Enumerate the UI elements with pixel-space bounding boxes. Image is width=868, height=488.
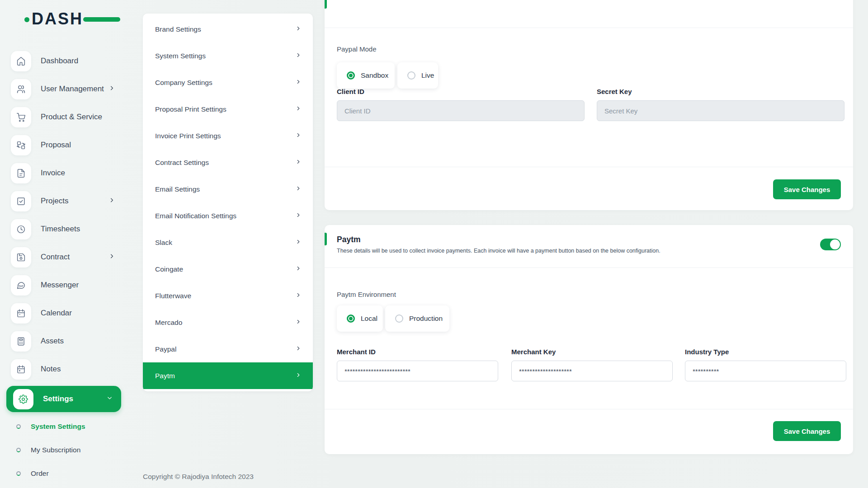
sidebar-item-label: Product & Service: [41, 113, 102, 122]
settings-menu-card: Brand Settings System Settings Company S…: [143, 14, 313, 391]
menu-item-email-notification-settings[interactable]: Email Notification Settings: [143, 202, 313, 229]
menu-item-label: Proposal Print Settings: [155, 105, 226, 113]
sidebar-item-label: Contract: [41, 253, 70, 262]
chevron-down-icon: [106, 395, 113, 404]
bullet-ring-icon: [16, 471, 21, 476]
sidebar-item-messenger[interactable]: Messenger: [0, 271, 136, 299]
menu-item-brand-settings[interactable]: Brand Settings: [143, 16, 313, 42]
users-icon: [11, 79, 31, 99]
menu-item-mercado[interactable]: Mercado: [143, 309, 313, 336]
menu-item-label: Flutterwave: [155, 292, 191, 300]
sidebar-item-calendar[interactable]: Calendar: [0, 299, 136, 327]
contract-icon: [11, 247, 31, 267]
card-divider: [325, 409, 853, 409]
industry-type-input[interactable]: [685, 361, 846, 381]
chevron-right-icon: [295, 319, 302, 327]
paypal-mode-live-option[interactable]: Live: [397, 62, 438, 89]
paypal-settings-card: Paypal These details will be used to col…: [325, 0, 853, 210]
menu-item-invoice-print-settings[interactable]: Invoice Print Settings: [143, 122, 313, 149]
paytm-settings-card: Paytm These details will be used to coll…: [325, 225, 853, 454]
sidebar-item-assets[interactable]: Assets: [0, 327, 136, 355]
chevron-right-icon: [295, 52, 302, 60]
clock-icon: [11, 219, 31, 239]
menu-item-proposal-print-settings[interactable]: Proposal Print Settings: [143, 96, 313, 122]
sidebar-item-invoice[interactable]: Invoice: [0, 159, 136, 187]
sidebar-item-settings[interactable]: Settings: [6, 386, 121, 412]
menu-item-contract-settings[interactable]: Contract Settings: [143, 149, 313, 176]
sidebar-item-user-management[interactable]: User Management: [0, 75, 136, 103]
sidebar-item-dashboard[interactable]: Dashboard: [0, 47, 136, 75]
sidebar-item-label: Messenger: [41, 281, 79, 290]
paytm-env-production-option[interactable]: Production: [385, 305, 449, 332]
menu-item-email-settings[interactable]: Email Settings: [143, 176, 313, 202]
sidebar-item-label: Proposal: [41, 141, 71, 150]
sidebar-item-projects[interactable]: Projects: [0, 187, 136, 215]
proposal-icon: [11, 135, 31, 155]
client-id-input[interactable]: [337, 100, 585, 121]
paytm-save-button[interactable]: Save Changes: [773, 421, 841, 441]
merchant-key-label: Merchant Key: [511, 348, 556, 356]
menu-item-label: Mercado: [155, 319, 182, 327]
chevron-right-icon: [295, 265, 302, 273]
menu-item-label: Contract Settings: [155, 159, 209, 167]
logo-dash-icon: [83, 17, 120, 22]
accent-bar: [325, 233, 327, 245]
sidebar-subitem-label: My Subscription: [31, 446, 80, 454]
chevron-right-icon: [295, 239, 302, 247]
chevron-right-icon: [295, 372, 302, 380]
radio-option-label: Local: [361, 314, 377, 323]
paypal-mode-sandbox-option[interactable]: Sandbox: [337, 62, 395, 89]
merchant-id-input[interactable]: [337, 361, 498, 381]
menu-item-flutterwave[interactable]: Flutterwave: [143, 282, 313, 309]
menu-item-label: Coingate: [155, 265, 183, 273]
projects-icon: [11, 191, 31, 211]
sidebar-item-label: Timesheets: [41, 225, 80, 234]
sidebar-item-proposal[interactable]: Proposal: [0, 131, 136, 159]
chevron-right-icon: [295, 159, 302, 167]
paytm-env-local-option[interactable]: Local: [337, 305, 383, 332]
radio-option-label: Sandbox: [361, 71, 388, 80]
app-logo[interactable]: DASH: [32, 10, 99, 28]
gear-icon: [13, 389, 33, 409]
sidebar-item-product-service[interactable]: Product & Service: [0, 103, 136, 131]
invoice-icon: [11, 163, 31, 183]
sidebar-item-notes[interactable]: Notes: [0, 355, 136, 383]
sidebar-item-label: Assets: [41, 337, 64, 346]
sidebar-subitem-my-subscription[interactable]: My Subscription: [16, 438, 136, 462]
sidebar-item-timesheets[interactable]: Timesheets: [0, 215, 136, 243]
merchant-key-input[interactable]: [511, 361, 673, 381]
notes-icon: [11, 359, 31, 380]
paytm-enable-toggle[interactable]: [820, 239, 841, 250]
chevron-right-icon: [108, 253, 115, 262]
chevron-right-icon: [295, 185, 302, 193]
menu-item-slack[interactable]: Slack: [143, 229, 313, 256]
chevron-right-icon: [108, 85, 115, 94]
card-divider: [325, 167, 853, 167]
radio-selected-icon: [347, 314, 355, 323]
chevron-right-icon: [108, 197, 115, 206]
paypal-card-header: Paypal These details will be used to col…: [325, 0, 853, 28]
sidebar-subitem-system-settings[interactable]: System Settings: [16, 415, 136, 438]
paytm-card-header: Paytm These details will be used to coll…: [325, 225, 853, 268]
menu-item-company-settings[interactable]: Company Settings: [143, 69, 313, 96]
sidebar-item-label: Settings: [43, 394, 73, 404]
chevron-right-icon: [295, 212, 302, 220]
menu-item-label: Brand Settings: [155, 25, 201, 33]
menu-item-label: Paytm: [155, 372, 175, 380]
radio-unselected-icon: [407, 71, 415, 80]
sidebar-item-contract[interactable]: Contract: [0, 243, 136, 271]
secret-key-input[interactable]: [597, 100, 844, 121]
sidebar-subitem-order[interactable]: Order: [16, 462, 136, 485]
sidebar-item-label: Notes: [41, 365, 61, 374]
menu-item-paypal[interactable]: Paypal: [143, 336, 313, 362]
sidebar: DASH Dashboard User Management Product &…: [0, 0, 136, 488]
menu-item-paytm[interactable]: Paytm: [143, 362, 313, 389]
sidebar-item-label: User Management: [41, 84, 104, 94]
paypal-save-button[interactable]: Save Changes: [773, 179, 841, 199]
home-icon: [11, 51, 31, 71]
menu-item-coingate[interactable]: Coingate: [143, 256, 313, 282]
merchant-id-label: Merchant ID: [337, 348, 376, 356]
menu-item-label: Slack: [155, 239, 172, 247]
menu-item-label: System Settings: [155, 52, 206, 60]
menu-item-system-settings[interactable]: System Settings: [143, 42, 313, 69]
